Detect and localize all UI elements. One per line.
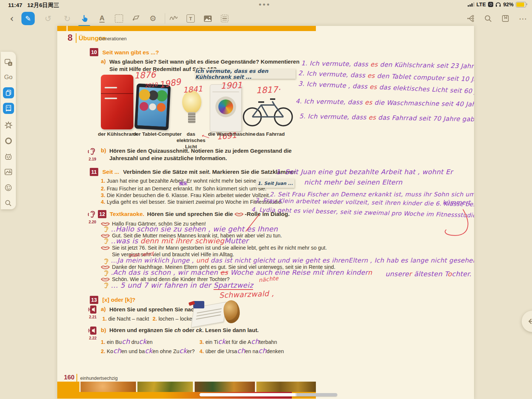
object-label: das Fahrrad: [254, 131, 287, 137]
battery-icon: [516, 2, 526, 7]
listening-ear-icon: [88, 147, 96, 158]
dictionary-icon: A·Z: [5, 105, 12, 112]
share-graph-icon: [467, 14, 475, 23]
exercise-13b-item-1: 1. ein Buch drucken: [101, 338, 153, 345]
scribble-tool-button[interactable]: [167, 12, 180, 25]
year-light: 1841: [183, 84, 203, 95]
redo-button[interactable]: ↻: [61, 12, 74, 25]
fridge-image: [101, 75, 133, 129]
page-topbar-left: [57, 26, 66, 31]
photo-button[interactable]: [1, 166, 16, 178]
document-page[interactable]: 8 Übungen Generationen 10 Seit wann gibt…: [57, 26, 474, 399]
page-number-word: einhundertsechzig: [80, 376, 117, 381]
hw-dialog-5: ... 5 und 7 wir fahren in der Spartzweiz: [111, 281, 253, 289]
exercise-11-item-1: 1. Juan hat eine gut bezahlte Arbeit. Er…: [101, 178, 276, 184]
exercise-12-title: Hören Sie und sprechen Sie die -Rolle im…: [147, 211, 290, 217]
robot-button[interactable]: [1, 150, 16, 163]
washing-machine-image: [210, 84, 242, 132]
go-button[interactable]: Go: [1, 71, 16, 84]
template-tool-button[interactable]: [218, 12, 231, 25]
object-label: die Waschmaschine: [208, 131, 252, 137]
settings-pen-button[interactable]: ⚙: [146, 12, 160, 25]
year-tablet: 1989: [158, 77, 181, 90]
hw-dialog-1: ..Hallo schon sie zu sehen , wie geht es…: [111, 225, 278, 233]
audio-track-number: 2.19: [89, 157, 96, 161]
hw-dialog-2: ..was is denn mit ihrer schwiegMutter: [111, 237, 248, 245]
year-bike: 1817·: [256, 85, 281, 95]
unit-number: 8: [68, 33, 72, 43]
battery-percent: 92%: [503, 1, 514, 7]
page-search-button[interactable]: [1, 197, 16, 209]
object-label: der Kühlschrank: [98, 131, 136, 137]
exercise-13a-text: Hören Sie und sprechen Sie nach.: [109, 306, 199, 313]
exercise-12-number: 12: [98, 210, 106, 218]
circle-icon: [5, 137, 12, 145]
pointer-tool-button[interactable]: [78, 12, 91, 25]
copy-pages-button[interactable]: [3, 87, 14, 98]
text-style-icon: A: [99, 14, 105, 23]
speaker-audio-icon: [88, 326, 97, 337]
template-icon: [221, 15, 228, 22]
more-button[interactable]: ⋯: [516, 12, 529, 25]
exercise-13a-item-2: 2. lochen – locken: [153, 316, 195, 322]
hotspot-icon: [488, 2, 493, 7]
listening-ear-icon: [88, 210, 96, 220]
hw-dialog-3: ...Ja mein wirklich Junge , und das ist …: [111, 257, 474, 264]
toolbar: ‹ ✎ ↺ ↻ A ⚙ T: [0, 10, 532, 26]
translate-button[interactable]: A: [1, 56, 16, 69]
lasso-pen-icon: [132, 14, 140, 23]
back-button[interactable]: ‹: [5, 12, 18, 25]
select-area-icon: [115, 14, 123, 23]
exercise-10-title: Seit wann gibt es ...?: [102, 49, 159, 56]
dictionary-button[interactable]: A·Z: [3, 103, 14, 114]
ear-icon: [102, 237, 110, 245]
sparkle-button[interactable]: [1, 119, 16, 132]
chapter-topic: Generationen: [99, 36, 127, 41]
exercise-11-number: 11: [90, 168, 98, 176]
search-button[interactable]: [481, 12, 495, 25]
footer-photo-3: [195, 382, 255, 392]
exercise-11-item-2: 2. Frau Fischer ist an Demenz erkrankt. …: [101, 186, 266, 192]
text-style-button[interactable]: A: [95, 12, 109, 25]
ear-icon: [102, 226, 110, 233]
image-tool-button[interactable]: [201, 12, 214, 25]
circle-tool-button[interactable]: [1, 135, 16, 147]
bookmark-button[interactable]: [499, 12, 512, 25]
svg-text:A·Z: A·Z: [7, 106, 10, 108]
smiley-icon: [4, 184, 12, 192]
speaker-audio-icon: [88, 305, 97, 315]
hw-dialog-4b: unserer ältesten Tochter.: [385, 270, 471, 278]
search-icon: [484, 15, 492, 23]
hand-pointer-icon: [80, 14, 88, 23]
share-button[interactable]: [464, 12, 477, 25]
clock: 11:47: [8, 2, 23, 8]
exercise-11-title: Verbinden Sie die Sätze mit seit. Markie…: [123, 169, 297, 175]
app-screen: 11:47 12月6日周三 ●●● LTE 92% ‹ ✎ ↺ ↻: [0, 0, 532, 399]
speech-note-1: Ich vermute, dass es den Kühlschrank sei…: [195, 69, 296, 79]
exercise-13a-label: a): [101, 306, 106, 312]
exercise-10b-label: b): [101, 147, 106, 153]
audio-track-number: 2.21: [89, 315, 96, 319]
hw-answer-5: 5. Ich vermute, dass es das Fahrrad seit…: [299, 112, 474, 123]
exercise-13a-item-1: 1. die Nacht – nackt: [102, 316, 149, 322]
horizontal-scrollbar[interactable]: [200, 393, 337, 396]
footer-photo-2: [137, 382, 193, 392]
hw-ex11-3: 3. Frau Klein arbeitet wieder vollzeit, …: [255, 197, 474, 208]
sticker-button[interactable]: [1, 181, 16, 194]
textbox-tool-button[interactable]: T: [184, 12, 197, 25]
undo-button[interactable]: ↺: [41, 12, 55, 25]
lasso-tool-button[interactable]: [129, 12, 143, 25]
hw-ex11-1: 1. Seit Juan eine gut bezahlte Arbeit ha…: [276, 168, 453, 176]
robot-icon: [4, 153, 12, 160]
exercise-12-title-tail: -Rolle im Dialog.: [245, 211, 290, 217]
exercise-13b-item-4: 4. über die Ursachen nachdenken: [200, 347, 284, 355]
left-arrow-icon: [528, 318, 532, 324]
select-area-button[interactable]: [112, 12, 126, 25]
image-icon: [204, 15, 212, 22]
pen-tool-button[interactable]: ✎: [21, 12, 35, 25]
edge-back-handle[interactable]: [522, 311, 532, 332]
headphones-icon: [495, 2, 501, 7]
audio-track-number: 2.22: [89, 336, 96, 340]
exercise-13b-text: Hören und ergänzen Sie ch oder ck. Lesen…: [109, 327, 259, 333]
speech-note-2-text: 1. Seit Juan ...: [258, 181, 293, 186]
